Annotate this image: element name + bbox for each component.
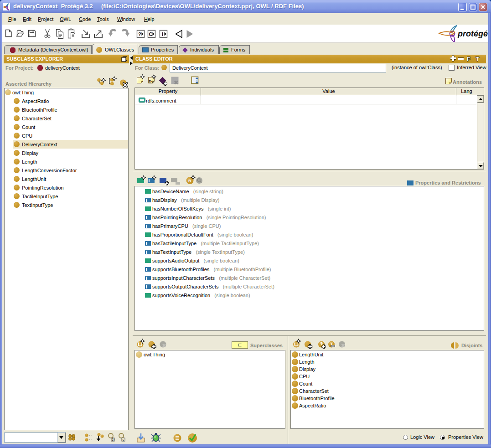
svg-text:C: C xyxy=(149,31,153,37)
svg-text:protégé: protégé xyxy=(457,29,488,38)
svg-text:I: I xyxy=(162,31,163,37)
svg-text:3: 3 xyxy=(112,438,114,441)
svg-text:Do: Do xyxy=(149,79,154,83)
svg-text:?: ? xyxy=(138,31,141,37)
svg-text:c: c xyxy=(123,438,124,441)
svg-text:R: R xyxy=(188,179,191,183)
